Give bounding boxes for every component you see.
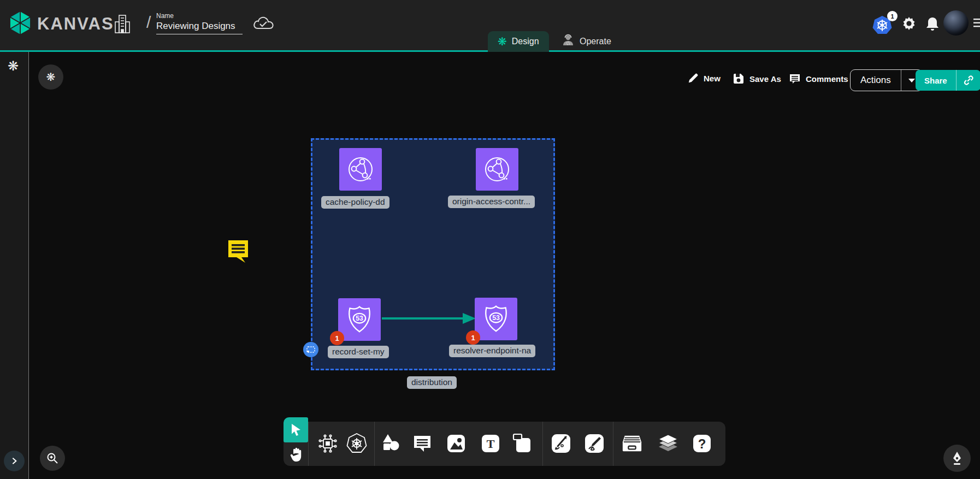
- node-label-origin-access-control[interactable]: origin-access-contr...: [448, 196, 535, 208]
- comments-icon: [788, 72, 801, 85]
- cloudfront-globe-icon: [345, 154, 376, 185]
- left-sidebar: ❋: [0, 52, 29, 479]
- bottom-toolbar: T: [284, 422, 725, 466]
- zoom-in-button[interactable]: [40, 446, 65, 471]
- node-label-cache-policy[interactable]: cache-policy-dd: [321, 196, 389, 209]
- node-cache-policy[interactable]: [339, 148, 382, 191]
- operator-icon: [562, 34, 575, 49]
- circuit-component-icon: [317, 433, 338, 454]
- cloud-sync-icon[interactable]: [252, 15, 274, 34]
- magnifier-plus-icon: [46, 452, 59, 465]
- route53-number: 53: [492, 314, 500, 322]
- chevron-right-icon: [10, 457, 19, 465]
- user-avatar[interactable]: [943, 10, 969, 36]
- drawer-tool[interactable]: [621, 433, 643, 454]
- kubernetes-context-icon[interactable]: 1: [872, 15, 894, 37]
- kanvas-wordmark: KANVAS: [37, 14, 114, 34]
- text-icon: T: [480, 433, 501, 454]
- dashed-frame-icon: [306, 346, 315, 353]
- toolbar-divider: [308, 422, 309, 466]
- pen-path-icon: [550, 433, 572, 454]
- route53-shield-icon: 53: [482, 304, 510, 334]
- actions-dropdown-button[interactable]: Actions: [850, 69, 923, 91]
- pen-nib-icon: [951, 451, 964, 465]
- settings-gear-icon[interactable]: [901, 16, 917, 32]
- node-resolver-endpoint[interactable]: 53: [475, 298, 517, 340]
- route53-shield-icon: 53: [345, 305, 374, 334]
- pan-tool[interactable]: [286, 445, 306, 464]
- pen-mode-button[interactable]: [943, 445, 971, 472]
- design-tab-label: Design: [512, 37, 539, 46]
- tab-operate[interactable]: Operate: [552, 31, 621, 52]
- comment-tool[interactable]: [411, 433, 433, 454]
- organization-icon[interactable]: [114, 14, 131, 37]
- node-label-record-set[interactable]: record-set-my: [328, 346, 389, 358]
- group-label-distribution[interactable]: distribution: [407, 376, 457, 389]
- pencil-scribble-icon: [583, 433, 605, 454]
- hand-icon: [289, 447, 303, 462]
- comments-button[interactable]: Comments: [788, 72, 848, 85]
- name-field-label: Name: [156, 12, 243, 20]
- shapes-tool[interactable]: [380, 433, 402, 454]
- flower-icon: ❋: [46, 70, 56, 84]
- shapes-icon: [380, 433, 401, 454]
- svg-text:T: T: [487, 437, 495, 451]
- new-button-label: New: [704, 74, 721, 83]
- node-record-set[interactable]: 53: [338, 298, 381, 341]
- save-as-button[interactable]: Save As: [732, 72, 781, 85]
- kubernetes-tool[interactable]: [346, 433, 368, 454]
- tab-design[interactable]: ❋ Design: [488, 31, 549, 52]
- hexagon-logo-icon: [8, 10, 33, 36]
- question-mark-icon: ?: [692, 433, 712, 454]
- node-origin-access-control[interactable]: [476, 148, 518, 191]
- frame-icon: [512, 433, 534, 454]
- toolbar-divider: [613, 422, 613, 466]
- hamburger-menu-icon[interactable]: [973, 17, 980, 28]
- design-name-input[interactable]: [156, 20, 243, 34]
- share-button-label: Share: [916, 76, 956, 85]
- layers-tool[interactable]: [657, 433, 679, 454]
- meshery-spiral-icon[interactable]: ❋: [8, 58, 19, 74]
- frame-tool[interactable]: [512, 433, 534, 454]
- design-name-field: Name: [156, 12, 243, 34]
- design-tab-swirl-icon: ❋: [498, 36, 507, 47]
- svg-text:?: ?: [698, 436, 706, 451]
- freehand-draw-tool[interactable]: [583, 433, 605, 454]
- image-icon: [446, 433, 467, 454]
- layers-icon: [657, 433, 679, 454]
- new-button[interactable]: New: [687, 72, 721, 84]
- group-handle[interactable]: [303, 342, 318, 357]
- toolbar-divider: [542, 422, 543, 466]
- text-tool[interactable]: T: [480, 433, 501, 454]
- kubernetes-wheel-icon: [346, 433, 368, 454]
- select-tool[interactable]: [284, 417, 308, 442]
- share-button[interactable]: Share: [916, 70, 980, 91]
- route53-number: 53: [356, 315, 363, 322]
- drawer-archive-icon: [621, 433, 643, 454]
- pen-tool[interactable]: [550, 433, 572, 454]
- toolbar-divider: [374, 422, 375, 466]
- image-tool[interactable]: [445, 433, 467, 454]
- sidebar-expand-button[interactable]: [4, 451, 25, 471]
- component-tool[interactable]: [317, 433, 339, 454]
- kanvas-logo-icon[interactable]: [8, 10, 33, 36]
- app-header: KANVAS / Name ❋ Design: [0, 0, 980, 52]
- comment-marker[interactable]: [226, 238, 250, 265]
- help-tool[interactable]: ?: [691, 433, 713, 454]
- link-icon: [963, 74, 975, 86]
- node-label-resolver-endpoint[interactable]: resolver-endpoint-na: [449, 345, 535, 357]
- copy-link-button[interactable]: [957, 74, 980, 86]
- breadcrumb-separator: /: [146, 13, 151, 32]
- canvas-widgets-button[interactable]: ❋: [38, 64, 63, 90]
- comment-marker-icon: [226, 238, 250, 263]
- notifications-bell-icon[interactable]: [925, 16, 940, 32]
- operate-tab-label: Operate: [580, 37, 611, 46]
- save-as-button-label: Save As: [749, 74, 781, 84]
- caret-down-icon: [908, 78, 916, 83]
- edge-record-to-resolver[interactable]: [381, 310, 478, 327]
- comment-tool-icon: [412, 433, 433, 454]
- kubernetes-badge-count: 1: [887, 11, 898, 21]
- save-icon: [732, 72, 745, 85]
- cursor-icon: [290, 423, 302, 436]
- comments-button-label: Comments: [806, 74, 848, 84]
